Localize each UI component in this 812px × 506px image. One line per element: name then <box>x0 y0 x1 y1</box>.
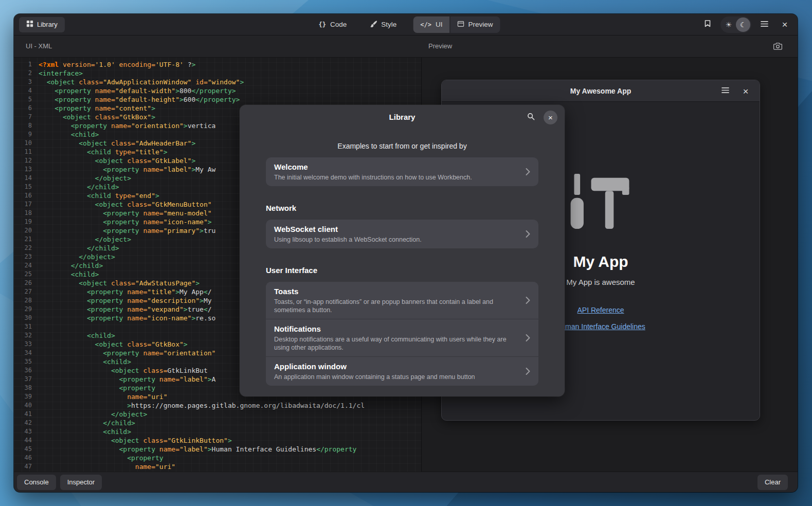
library-icon <box>26 20 33 29</box>
line-number: 34 <box>14 349 32 358</box>
dark-theme-button[interactable]: ☾ <box>736 17 750 32</box>
line-number: 28 <box>14 297 32 305</box>
code-line: </child> <box>39 419 421 428</box>
line-number: 26 <box>14 279 32 288</box>
line-number: 40 <box>14 402 32 410</box>
library-item-description: Desktop notifications are a useful way o… <box>274 335 514 352</box>
preview-window-icon <box>457 21 464 29</box>
line-number: 41 <box>14 410 32 419</box>
library-item-application-window[interactable]: Application windowAn application main wi… <box>266 356 538 386</box>
line-number: 30 <box>14 314 32 323</box>
clear-button[interactable]: Clear <box>757 475 788 490</box>
moon-icon: ☾ <box>740 21 747 29</box>
ui-icon: </> <box>420 21 431 28</box>
right-pane-title: Preview <box>428 42 452 50</box>
library-group: ToastsToasts, or “in-app notifications” … <box>266 282 538 386</box>
library-item-websocket-client[interactable]: WebSocket clientUsing libsoup to establi… <box>266 220 538 248</box>
code-line: <child> <box>39 428 421 437</box>
chevron-right-icon <box>526 367 530 375</box>
line-number: 5 <box>14 96 32 104</box>
ui-preview-linked-group: </> UI Preview <box>413 16 500 33</box>
header-right-controls: ☀ ☾ × <box>700 16 792 33</box>
line-number: 8 <box>14 122 32 131</box>
dialog-search-button[interactable] <box>523 110 538 125</box>
human-interface-guidelines-link[interactable]: Human Interface Guidelines <box>556 322 645 331</box>
console-button[interactable]: Console <box>17 475 56 490</box>
chevron-right-icon <box>526 230 530 238</box>
line-number: 37 <box>14 375 32 384</box>
line-number: 44 <box>14 437 32 445</box>
line-number: 43 <box>14 428 32 437</box>
inspector-button[interactable]: Inspector <box>60 475 102 490</box>
library-item-toasts[interactable]: ToastsToasts, or “in-app notifications” … <box>266 282 538 319</box>
dialog-actions: × <box>523 110 557 125</box>
line-number: 46 <box>14 454 32 463</box>
line-number: 1 <box>14 61 32 69</box>
code-line: <property <box>39 454 421 463</box>
line-number: 25 <box>14 270 32 279</box>
line-number: 12 <box>14 157 32 166</box>
line-number: 23 <box>14 253 32 262</box>
library-item-title: Notifications <box>274 324 514 334</box>
close-window-button[interactable]: × <box>777 17 792 32</box>
dialog-title: Library <box>240 113 565 121</box>
library-dialog-body: Examples to start from or get inspired b… <box>240 142 565 386</box>
code-line: <object class="AdwApplicationWindow" id=… <box>39 78 421 87</box>
library-item-welcome[interactable]: WelcomeThe initial welcome demo with ins… <box>266 157 538 186</box>
tab-code[interactable]: {} Code <box>312 16 354 33</box>
line-number: 21 <box>14 236 32 244</box>
dialog-close-button[interactable]: × <box>544 111 557 124</box>
brush-icon <box>370 21 377 29</box>
line-number: 15 <box>14 183 32 192</box>
library-item-title: Welcome <box>274 162 514 172</box>
line-number: 24 <box>14 262 32 270</box>
preview-menu-button[interactable] <box>717 83 733 99</box>
close-icon: × <box>743 86 748 96</box>
code-line: <property name="default-width">800</prop… <box>39 87 421 96</box>
light-theme-button[interactable]: ☀ <box>721 17 736 32</box>
preview-close-button[interactable]: × <box>738 83 753 99</box>
pane-header: UI - XML Preview <box>14 35 798 58</box>
library-item-notifications[interactable]: NotificationsDesktop notifications are a… <box>266 319 538 356</box>
line-number: 3 <box>14 78 32 87</box>
library-item-title: Toasts <box>274 286 514 297</box>
tab-preview[interactable]: Preview <box>449 16 500 33</box>
library-section-header: Network <box>266 204 538 212</box>
theme-switch: ☀ ☾ <box>720 16 751 33</box>
tab-ui[interactable]: </> UI <box>413 16 449 33</box>
library-item-description: Using libsoup to establish a WebSocket c… <box>274 236 514 244</box>
tab-ui-label: UI <box>436 21 443 28</box>
code-line: <object class="GtkLinkButton"> <box>39 437 421 445</box>
line-number: 7 <box>14 113 32 122</box>
line-number: 18 <box>14 209 32 218</box>
menu-button[interactable] <box>756 17 772 32</box>
hamburger-icon <box>761 21 768 29</box>
tab-code-label: Code <box>330 21 347 28</box>
line-number: 14 <box>14 174 32 183</box>
bookmark-icon <box>705 20 711 29</box>
line-number: 22 <box>14 244 32 253</box>
code-line: </object> <box>39 410 421 419</box>
line-number: 45 <box>14 445 32 454</box>
api-reference-link[interactable]: API Reference <box>577 306 624 314</box>
headerbar: Library {} Code Style </> UI <box>14 14 798 35</box>
line-number: 29 <box>14 305 32 314</box>
library-button[interactable]: Library <box>19 17 65 32</box>
screenshot-button[interactable] <box>770 39 785 55</box>
close-icon: × <box>782 20 787 29</box>
bookmark-button[interactable] <box>700 17 715 32</box>
code-line: <?xml version='1.0' encoding='UTF-8' ?> <box>39 61 421 69</box>
library-item-description: The initial welcome demo with instructio… <box>274 173 514 182</box>
search-icon <box>527 113 535 122</box>
line-number: 2 <box>14 69 32 78</box>
line-number: 11 <box>14 148 32 157</box>
tab-style[interactable]: Style <box>363 16 404 33</box>
line-number: 20 <box>14 227 32 236</box>
tools-icon <box>563 174 638 233</box>
sun-icon: ☀ <box>726 21 732 29</box>
library-group: WelcomeThe initial welcome demo with ins… <box>266 157 538 186</box>
line-number: 38 <box>14 384 32 393</box>
code-line: name="uri" <box>39 463 421 472</box>
line-number: 4 <box>14 87 32 96</box>
line-number: 27 <box>14 288 32 297</box>
